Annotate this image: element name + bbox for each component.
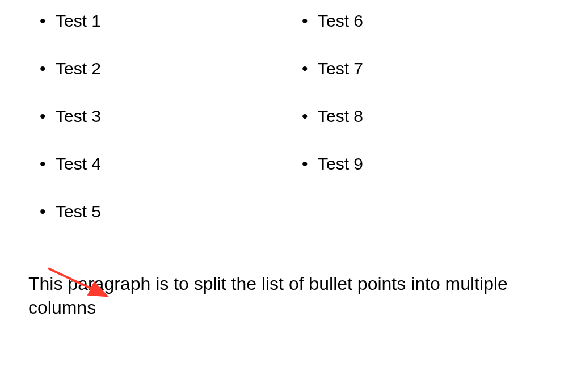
list-item: Test 4 bbox=[40, 154, 290, 174]
list-item: Test 1 bbox=[40, 11, 290, 31]
bullet-list-1: Test 1 Test 2 Test 3 Test 4 Test 5 bbox=[28, 11, 290, 221]
explanatory-paragraph: This paragraph is to split the list of b… bbox=[28, 272, 553, 319]
list-item: Test 8 bbox=[302, 107, 553, 126]
list-item: Test 9 bbox=[302, 154, 553, 174]
list-item: Test 5 bbox=[40, 202, 290, 221]
bullet-list-2: Test 6 Test 7 Test 8 Test 9 bbox=[290, 11, 553, 174]
column-1: Test 1 Test 2 Test 3 Test 4 Test 5 bbox=[28, 11, 290, 250]
column-2: Test 6 Test 7 Test 8 Test 9 bbox=[290, 11, 553, 250]
list-item: Test 3 bbox=[40, 107, 290, 126]
list-item: Test 6 bbox=[302, 11, 553, 31]
list-item: Test 7 bbox=[302, 59, 553, 78]
list-item: Test 2 bbox=[40, 59, 290, 78]
bullet-columns: Test 1 Test 2 Test 3 Test 4 Test 5 Test … bbox=[28, 11, 553, 250]
